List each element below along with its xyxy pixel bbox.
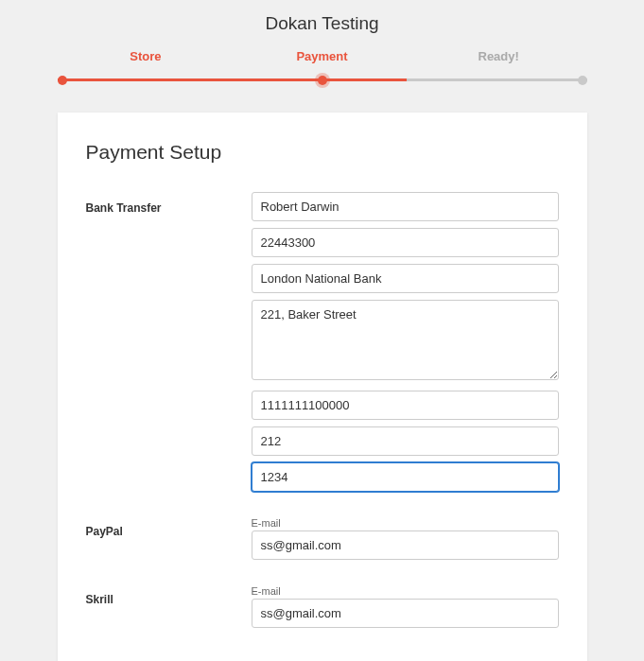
- step-ready[interactable]: Ready!: [410, 49, 587, 75]
- step-dot-icon: [578, 76, 587, 85]
- page-header-title: Dokan Testing: [0, 0, 644, 49]
- wizard-stepper: Store Payment Ready!: [58, 49, 587, 75]
- step-label: Store: [58, 49, 235, 75]
- step-label: Ready!: [410, 49, 587, 75]
- step-payment[interactable]: Payment: [234, 49, 410, 75]
- bank-name-input[interactable]: [252, 264, 559, 293]
- bank-transfer-section: Bank Transfer: [86, 192, 559, 498]
- paypal-label: PayPal: [86, 525, 123, 538]
- paypal-section: PayPal E-mail: [86, 515, 559, 566]
- paypal-email-input[interactable]: [252, 531, 559, 560]
- skrill-section: Skrill E-mail: [86, 583, 559, 635]
- step-dot-icon: [318, 76, 327, 85]
- bank-address-textarea[interactable]: [252, 300, 559, 380]
- account-name-input[interactable]: [252, 192, 559, 221]
- step-dot-icon: [58, 76, 67, 85]
- stepper-track-active: [58, 78, 408, 81]
- account-number-input[interactable]: [252, 228, 559, 257]
- bank-transfer-label: Bank Transfer: [86, 201, 162, 215]
- skrill-label: Skrill: [86, 593, 113, 606]
- payment-setup-card: Payment Setup Bank Transfer PayPal E-m: [58, 113, 587, 661]
- skrill-email-input[interactable]: [252, 599, 559, 628]
- iban-input[interactable]: [252, 426, 559, 456]
- step-store[interactable]: Store: [58, 49, 235, 75]
- swift-input[interactable]: [252, 462, 559, 492]
- routing-number-input[interactable]: [252, 391, 559, 420]
- step-label: Payment: [234, 49, 410, 75]
- skrill-email-label: E-mail: [252, 585, 559, 597]
- page-title: Payment Setup: [86, 141, 559, 164]
- paypal-email-label: E-mail: [252, 517, 559, 529]
